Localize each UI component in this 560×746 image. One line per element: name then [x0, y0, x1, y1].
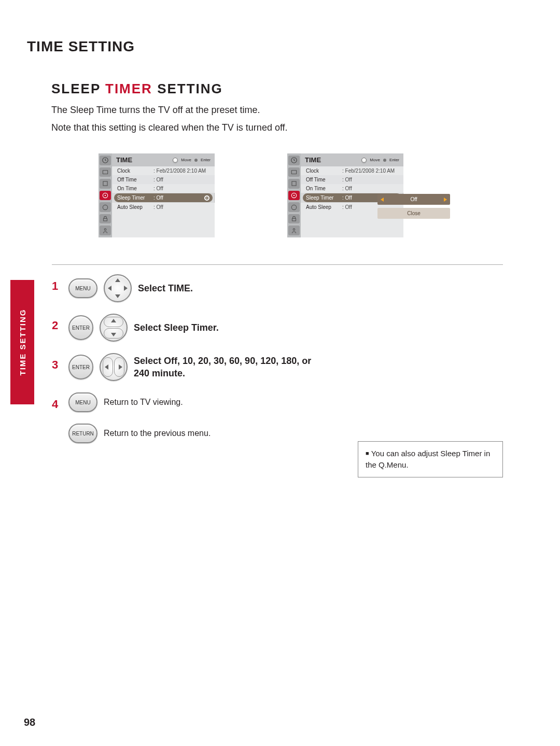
osd-pad [112, 212, 215, 237]
osd-screenshots: TIME Move Enter Clock : Feb/21/2008 2:10… [99, 153, 403, 237]
svg-point-13 [291, 205, 296, 209]
osd-label: Clock [306, 168, 342, 174]
section-title-post: SETTING [157, 81, 223, 96]
svg-rect-14 [292, 219, 296, 221]
step-3: 3 ENTER Select Off, 10, 20, 30, 60, 90, … [52, 353, 503, 381]
popup-close-label: Close [407, 210, 421, 216]
audio-icon [100, 179, 111, 189]
svg-rect-10 [292, 181, 296, 186]
osd-category-bar [287, 153, 301, 237]
osd-row-clock[interactable]: Clock : Feb/21/2008 2:10 AM [301, 166, 403, 175]
osd-value: : Off [153, 195, 204, 201]
menu-button[interactable]: MENU [68, 278, 97, 298]
osd-row-sleeptimer[interactable]: Sleep Timer : Off [114, 193, 213, 202]
osd-label: Off Time [117, 177, 153, 182]
time-icon [100, 191, 111, 201]
step-1: 1 MENU Select TIME. [52, 274, 503, 302]
note-text: You can also adjust Sleep Timer in the Q… [366, 449, 490, 469]
svg-point-7 [104, 229, 106, 231]
page-number: 98 [24, 716, 35, 728]
svg-point-12 [293, 195, 295, 196]
osd-row-autosleep[interactable]: Auto Sleep : Off [112, 203, 215, 212]
step-number: 4 [52, 398, 62, 411]
osd-value: : Feb/21/2008 2:10 AM [153, 168, 211, 174]
osd-row-offtime[interactable]: Off Time : Off [301, 175, 403, 184]
steps-area: 1 MENU Select TIME. 2 ENTER Select Sleep… [52, 264, 503, 455]
osd-row-clock[interactable]: Clock : Feb/21/2008 2:10 AM [112, 166, 215, 175]
osd-label: Sleep Timer [306, 195, 342, 201]
osd-row-ontime[interactable]: On Time : Off [112, 184, 215, 193]
popup-close[interactable]: Close [377, 208, 450, 219]
step-number: 1 [52, 279, 62, 293]
picture-icon [288, 167, 300, 177]
triangle-left-icon[interactable] [381, 198, 384, 202]
osd-panel-2: TIME Move Enter Clock : Feb/21/2008 2:10… [287, 153, 403, 237]
dpad-horizontal-icon[interactable] [100, 353, 128, 381]
enter-button[interactable]: ENTER [68, 355, 93, 379]
move-icon [361, 158, 367, 163]
step-2: 2 ENTER Select Sleep Timer. [52, 314, 503, 342]
osd-row-offtime[interactable]: Off Time : Off [112, 175, 215, 184]
triangle-right-icon[interactable] [444, 198, 447, 202]
popup-value-row[interactable]: Off [377, 194, 450, 205]
chapter-title-post: SETTING [68, 38, 135, 54]
osd-title-bar: TIME Move Enter [301, 153, 403, 166]
section-title-mid: TIMER [101, 81, 157, 96]
step-text: Select Sleep Timer. [134, 321, 219, 334]
osd-value: : Off [153, 177, 211, 182]
enter-icon [383, 159, 386, 162]
side-tab: TIME SETTING [10, 280, 34, 404]
step-text: Select Off, 10, 20, 30, 60, 90, 120, 180… [134, 355, 320, 380]
section-title-pre: SLEEP [51, 81, 101, 96]
osd-value: : Feb/21/2008 2:10 AM [342, 168, 399, 174]
svg-rect-6 [104, 219, 107, 221]
osd-title-bar: TIME Move Enter [112, 153, 215, 166]
input-icon [100, 226, 111, 235]
dpad-full-icon[interactable] [104, 274, 132, 302]
menu-button[interactable]: MENU [68, 392, 97, 412]
osd-row-ontime[interactable]: On Time : Off [301, 184, 403, 193]
radio-selected-icon [204, 195, 209, 201]
step-5: RETURN Return to the previous menu. [52, 424, 503, 443]
hint-enter: Enter [389, 158, 399, 162]
osd-value: : Off [342, 177, 399, 182]
step-text: Return to the previous menu. [104, 428, 211, 439]
lock-icon [288, 214, 300, 224]
osd-popup: Off Close [377, 194, 450, 219]
osd-label: Auto Sleep [306, 204, 342, 210]
hint-move: Move [370, 158, 380, 162]
osd-label: Clock [117, 168, 153, 174]
option-icon [288, 202, 300, 212]
enter-button[interactable]: ENTER [68, 315, 93, 340]
chapter-title-space [64, 38, 68, 54]
svg-rect-1 [103, 170, 107, 174]
lock-icon [100, 214, 111, 224]
bullet-icon: ■ [366, 450, 369, 456]
step-text: Return to TV viewing. [104, 397, 183, 408]
return-button[interactable]: RETURN [68, 424, 97, 443]
input-icon [288, 226, 300, 235]
step-text: Select TIME. [138, 282, 193, 294]
osd-value: : Off [153, 186, 211, 191]
intro-line-1: The Sleep Time turns the TV off at the p… [51, 103, 260, 118]
osd-category-bar [99, 153, 112, 237]
hint-move: Move [181, 158, 191, 162]
svg-point-15 [293, 229, 295, 231]
osd-label: Auto Sleep [117, 204, 153, 210]
clock-icon [288, 156, 300, 165]
popup-value: Off [410, 196, 417, 202]
side-tab-label: TIME SETTING [18, 309, 27, 376]
step-number: 2 [52, 319, 62, 332]
svg-point-4 [105, 195, 106, 196]
intro-line-2: Note that this setting is cleared when t… [51, 120, 288, 135]
audio-icon [288, 179, 300, 189]
step-4: 4 MENU Return to TV viewing. [52, 392, 503, 412]
osd-title: TIME [305, 156, 321, 164]
svg-rect-2 [103, 181, 107, 186]
dpad-vertical-icon[interactable] [100, 314, 128, 342]
chapter-title: TIME SETTING [27, 38, 135, 55]
enter-icon [194, 159, 198, 162]
osd-value: : Off [153, 204, 211, 210]
hint-enter: Enter [201, 158, 211, 162]
osd-label: Off Time [306, 177, 342, 182]
